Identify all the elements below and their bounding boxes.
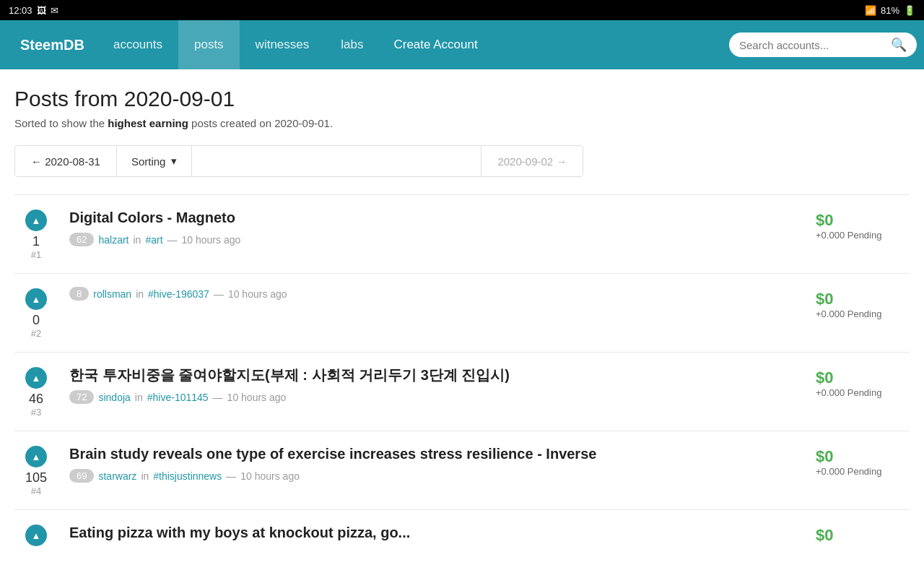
post-earnings-4: $0 bbox=[816, 447, 910, 466]
post-body-5: Eating pizza with my boys at knockout pi… bbox=[58, 523, 816, 548]
search-container: 🔍 bbox=[729, 33, 917, 57]
status-time: 12:03 bbox=[9, 5, 32, 16]
page-content: Posts from 2020-09-01 Sorted to show the… bbox=[0, 69, 924, 562]
author-link-4[interactable]: starwarz bbox=[98, 470, 136, 482]
post-row: 46 #3 한국 투자비중을 줄여야할지도(부제 : 사회적 거리두기 3단계 … bbox=[14, 352, 910, 431]
post-earnings-5: $0 bbox=[816, 526, 910, 545]
author-link-1[interactable]: halzart bbox=[98, 234, 128, 246]
post-value-5: $0 bbox=[816, 523, 910, 545]
post-time-3: 10 hours ago bbox=[227, 392, 287, 403]
post-meta-4: 69 starwarz in #thisjustinnews — 10 hour… bbox=[69, 469, 804, 483]
post-title-4[interactable]: Brain study reveals one type of exercise… bbox=[69, 444, 804, 463]
navbar-brand[interactable]: SteemDB bbox=[7, 37, 97, 53]
author-badge-3: 72 bbox=[69, 390, 94, 404]
upvote-button-3[interactable] bbox=[25, 367, 47, 389]
chevron-down-icon: ▾ bbox=[171, 155, 177, 168]
post-vote-4: 105 #4 bbox=[14, 444, 58, 496]
mail-icon: ✉ bbox=[51, 5, 58, 16]
wifi-icon: 📶 bbox=[865, 5, 876, 16]
page-subtitle: Sorted to show the highest earning posts… bbox=[14, 117, 910, 129]
post-value-1: $0 +0.000 Pending bbox=[816, 208, 910, 241]
subtitle-bold: highest earning bbox=[108, 117, 188, 129]
post-row: 1 #1 Digital Colors - Magneto 62 halzart… bbox=[14, 194, 910, 273]
post-vote-1: 1 #1 bbox=[14, 208, 58, 260]
search-icon[interactable]: 🔍 bbox=[891, 37, 907, 53]
author-badge-2: 8 bbox=[69, 287, 89, 301]
post-body-3: 한국 투자비중을 줄여야할지도(부제 : 사회적 거리두기 3단계 진입시) 7… bbox=[58, 366, 816, 404]
vote-count-3: 46 bbox=[29, 392, 43, 407]
upvote-button-2[interactable] bbox=[25, 288, 47, 310]
post-earnings-2: $0 bbox=[816, 290, 910, 309]
battery-level: 81% bbox=[881, 5, 899, 16]
vote-rank-2: #2 bbox=[31, 328, 41, 339]
post-row: 105 #4 Brain study reveals one type of e… bbox=[14, 431, 910, 509]
post-time-4: 10 hours ago bbox=[240, 470, 300, 482]
post-pending-2: +0.000 Pending bbox=[816, 309, 910, 319]
nav-accounts[interactable]: accounts bbox=[97, 20, 178, 69]
posts-list: 1 #1 Digital Colors - Magneto 62 halzart… bbox=[14, 194, 910, 562]
next-date-button[interactable]: 2020-09-02 → bbox=[481, 147, 583, 176]
vote-count-2: 0 bbox=[32, 313, 40, 328]
upvote-button-4[interactable] bbox=[25, 446, 47, 467]
post-row: 0 #2 8 rollsman in #hive-196037 — 10 hou… bbox=[14, 273, 910, 352]
post-vote-5 bbox=[14, 523, 58, 549]
search-input[interactable] bbox=[739, 39, 891, 51]
post-pending-4: +0.000 Pending bbox=[816, 466, 910, 477]
vote-count-1: 1 bbox=[32, 234, 40, 249]
nav-links: accounts posts witnesses labs Create Acc… bbox=[97, 20, 729, 69]
status-bar-left: 12:03 🖼 ✉ bbox=[9, 5, 58, 16]
sorting-label: Sorting bbox=[131, 155, 166, 168]
nav-posts[interactable]: posts bbox=[178, 20, 240, 69]
author-badge-4: 69 bbox=[69, 469, 94, 483]
post-vote-3: 46 #3 bbox=[14, 366, 58, 418]
post-earnings-3: $0 bbox=[816, 368, 910, 387]
vote-rank-1: #1 bbox=[31, 249, 41, 260]
status-bar-right: 📶 81% 🔋 bbox=[865, 5, 915, 16]
prev-date-button[interactable]: ← 2020-08-31 bbox=[15, 147, 117, 176]
tag-link-2[interactable]: #hive-196037 bbox=[148, 288, 209, 300]
post-title-1[interactable]: Digital Colors - Magneto bbox=[69, 208, 804, 227]
post-body-1: Digital Colors - Magneto 62 halzart in #… bbox=[58, 208, 816, 246]
author-badge-1: 62 bbox=[69, 233, 94, 246]
post-value-3: $0 +0.000 Pending bbox=[816, 366, 910, 398]
post-value-4: $0 +0.000 Pending bbox=[816, 444, 910, 477]
tag-link-4[interactable]: #thisjustinnews bbox=[153, 470, 222, 482]
upvote-button-5[interactable] bbox=[25, 525, 47, 546]
post-pending-3: +0.000 Pending bbox=[816, 387, 910, 398]
vote-rank-4: #4 bbox=[31, 486, 41, 496]
subtitle-pre: Sorted to show the bbox=[14, 117, 108, 129]
post-meta-3: 72 sindoja in #hive-101145 — 10 hours ag… bbox=[69, 390, 804, 404]
photo-icon: 🖼 bbox=[37, 5, 46, 16]
post-vote-2: 0 #2 bbox=[14, 287, 58, 339]
date-nav: ← 2020-08-31 Sorting ▾ 2020-09-02 → bbox=[14, 145, 583, 177]
post-time-2: 10 hours ago bbox=[228, 288, 287, 300]
page-title: Posts from 2020-09-01 bbox=[14, 87, 910, 111]
tag-link-3[interactable]: #hive-101145 bbox=[147, 392, 209, 403]
post-title-3[interactable]: 한국 투자비중을 줄여야할지도(부제 : 사회적 거리두기 3단계 진입시) bbox=[69, 366, 804, 384]
author-link-2[interactable]: rollsman bbox=[93, 288, 131, 300]
vote-rank-3: #3 bbox=[31, 407, 41, 418]
post-meta-1: 62 halzart in #art — 10 hours ago bbox=[69, 233, 804, 246]
status-bar: 12:03 🖼 ✉ 📶 81% 🔋 bbox=[0, 0, 924, 20]
nav-labs[interactable]: labs bbox=[325, 20, 379, 69]
subtitle-post: posts created on 2020-09-01. bbox=[188, 117, 333, 129]
vote-count-4: 105 bbox=[25, 470, 47, 486]
post-body-4: Brain study reveals one type of exercise… bbox=[58, 444, 816, 483]
tag-link-1[interactable]: #art bbox=[145, 234, 162, 246]
upvote-button-1[interactable] bbox=[25, 210, 47, 231]
nav-create-account[interactable]: Create Account bbox=[379, 20, 492, 69]
post-earnings-1: $0 bbox=[816, 211, 910, 230]
post-row: Eating pizza with my boys at knockout pi… bbox=[14, 509, 910, 562]
post-title-5[interactable]: Eating pizza with my boys at knockout pi… bbox=[69, 523, 804, 542]
author-link-3[interactable]: sindoja bbox=[98, 392, 130, 403]
search-box: 🔍 bbox=[729, 33, 917, 57]
post-meta-2: 8 rollsman in #hive-196037 — 10 hours ag… bbox=[69, 287, 804, 301]
post-time-1: 10 hours ago bbox=[182, 234, 241, 246]
nav-witnesses[interactable]: witnesses bbox=[240, 20, 326, 69]
sorting-button[interactable]: Sorting ▾ bbox=[117, 146, 193, 176]
post-value-2: $0 +0.000 Pending bbox=[816, 287, 910, 319]
post-body-2: 8 rollsman in #hive-196037 — 10 hours ag… bbox=[58, 287, 816, 301]
navbar: SteemDB accounts posts witnesses labs Cr… bbox=[0, 20, 924, 69]
post-pending-1: +0.000 Pending bbox=[816, 230, 910, 241]
battery-icon: 🔋 bbox=[904, 5, 915, 16]
